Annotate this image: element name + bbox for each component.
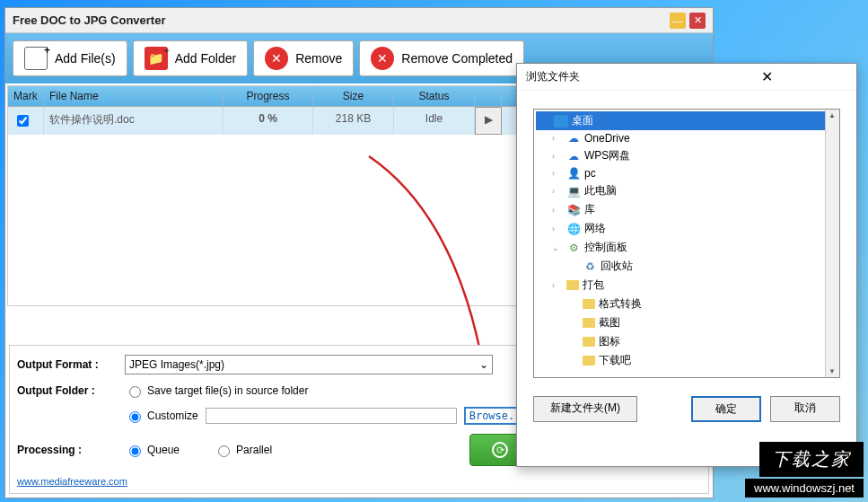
expand-icon[interactable]: ⌄ [552, 243, 563, 252]
ctrl-icon: ⚙ [566, 242, 581, 254]
row-play-button[interactable]: ▶ [475, 107, 502, 135]
folder-tree: 桌面›☁OneDrive›☁WPS网盘›👤pc›💻此电脑›📚库›🌐网络⌄⚙控制面… [533, 109, 840, 378]
net-icon: 🌐 [566, 223, 581, 235]
tree-item[interactable]: ⌄⚙控制面板 [536, 238, 837, 257]
lib-icon: 📚 [566, 204, 581, 216]
add-files-label: Add File(s) [55, 51, 116, 66]
col-mark[interactable]: Mark [8, 86, 44, 106]
expand-icon[interactable]: › [552, 225, 563, 233]
folder-icon [566, 280, 579, 290]
tree-item[interactable]: ›☁WPS网盘 [536, 146, 837, 165]
radio-parallel[interactable] [218, 445, 230, 457]
tree-item[interactable]: 图标 [536, 332, 837, 351]
add-folder-button[interactable]: 📁 Add Folder [133, 40, 248, 76]
tree-item[interactable]: 格式转换 [536, 295, 837, 313]
remove-label: Remove [295, 51, 342, 66]
row-checkbox[interactable] [8, 107, 44, 135]
add-files-button[interactable]: Add File(s) [13, 40, 127, 76]
tree-item-label: 图标 [599, 334, 620, 349]
dialog-title: 浏览文件夹 [526, 69, 687, 84]
radio-queue[interactable] [129, 445, 141, 457]
tree-item-label: 下载吧 [599, 353, 631, 368]
dialog-close-button[interactable]: ✕ [687, 68, 847, 85]
output-folder-label: Output Folder : [17, 384, 125, 397]
browse-folder-dialog: 浏览文件夹 ✕ 桌面›☁OneDrive›☁WPS网盘›👤pc›💻此电脑›📚库›… [516, 63, 857, 467]
cancel-button[interactable]: 取消 [770, 396, 840, 422]
custom-path-input[interactable] [206, 408, 457, 424]
expand-icon[interactable]: › [552, 152, 563, 161]
user-icon: 👤 [566, 167, 581, 180]
tree-item-label: 桌面 [572, 113, 593, 128]
radio-parallel-label: Parallel [236, 444, 272, 456]
radio-queue-label: Queue [147, 444, 180, 456]
output-format-label: Output Format : [17, 358, 125, 371]
tree-item[interactable]: ›💻此电脑 [536, 181, 837, 200]
pc-icon: 💻 [566, 185, 581, 198]
radio-source-folder[interactable] [129, 386, 141, 398]
row-size: 218 KB [313, 107, 394, 135]
minimize-button[interactable]: — [670, 13, 686, 29]
window-buttons: — ✕ [670, 13, 706, 29]
watermark-logo: 下载之家 [759, 442, 864, 477]
remove-completed-button[interactable]: ✕ Remove Completed [359, 40, 524, 76]
row-filename: 软件操作说明.doc [44, 107, 224, 135]
expand-icon[interactable]: › [552, 281, 563, 290]
app-title: Free DOC to JPG Converter [13, 13, 670, 27]
tree-item[interactable]: ›📚库 [536, 200, 837, 219]
folder-icon [583, 337, 595, 347]
tree-item-label: WPS网盘 [584, 148, 630, 163]
col-status[interactable]: Status [394, 86, 475, 106]
convert-icon: ⟳ [492, 442, 508, 458]
tree-item-label: 打包 [583, 277, 604, 293]
folder-icon [583, 318, 595, 328]
remove-completed-icon: ✕ [371, 47, 394, 70]
tree-item-label: 此电脑 [584, 183, 617, 198]
radio-source-label: Save target file(s) in source folder [147, 384, 308, 397]
folder-icon: 📁 [145, 47, 168, 70]
remove-icon: ✕ [265, 47, 288, 70]
row-status: Idle [394, 107, 475, 135]
col-filename[interactable]: File Name [44, 86, 224, 106]
cloud-icon: ☁ [566, 132, 581, 145]
tree-item[interactable]: ›🌐网络 [536, 219, 837, 238]
titlebar[interactable]: Free DOC to JPG Converter — ✕ [5, 8, 713, 33]
cloud-icon: ☁ [566, 150, 581, 163]
tree-item[interactable]: ›打包 [536, 276, 837, 295]
folder-icon [583, 299, 595, 309]
tree-item[interactable]: ›👤pc [536, 165, 837, 181]
tree-item-label: 格式转换 [599, 296, 642, 312]
file-icon [24, 47, 48, 70]
expand-icon[interactable]: › [552, 187, 563, 196]
tree-item-label: pc [584, 167, 596, 180]
tree-item-label: 回收站 [601, 259, 633, 274]
tree-item-label: 网络 [584, 221, 606, 236]
radio-customize[interactable] [129, 411, 141, 423]
ok-button[interactable]: 确定 [691, 396, 761, 422]
remove-button[interactable]: ✕ Remove [253, 40, 354, 76]
output-format-select[interactable]: JPEG Images(*.jpg) ⌄ [125, 355, 493, 374]
col-progress[interactable]: Progress [224, 86, 313, 106]
remove-completed-label: Remove Completed [401, 51, 513, 66]
row-progress: 0 % [224, 107, 313, 135]
expand-icon[interactable]: › [552, 206, 563, 215]
processing-label: Processing : [17, 444, 125, 456]
tree-item-label: 库 [584, 202, 595, 217]
tree-item[interactable]: ›☁OneDrive [536, 130, 837, 146]
tree-item[interactable]: 下载吧 [536, 351, 837, 370]
folder-icon [583, 356, 595, 365]
chevron-down-icon: ⌄ [479, 358, 488, 371]
dialog-titlebar[interactable]: 浏览文件夹 ✕ [517, 64, 856, 91]
tree-item[interactable]: ♻回收站 [536, 257, 837, 276]
website-link[interactable]: www.mediafreeware.com [17, 476, 127, 487]
expand-icon[interactable]: › [552, 169, 563, 178]
expand-icon[interactable]: › [552, 134, 563, 143]
col-size[interactable]: Size [313, 86, 394, 106]
tree-item[interactable]: 桌面 [536, 111, 837, 130]
tree-item-label: 截图 [599, 315, 620, 330]
watermark-url: www.windowszj.net [745, 479, 864, 498]
close-button[interactable]: ✕ [689, 13, 706, 29]
tree-scrollbar[interactable] [825, 110, 839, 377]
tree-item[interactable]: 截图 [536, 313, 837, 332]
recycle-icon: ♻ [583, 260, 597, 273]
new-folder-button[interactable]: 新建文件夹(M) [533, 396, 637, 422]
